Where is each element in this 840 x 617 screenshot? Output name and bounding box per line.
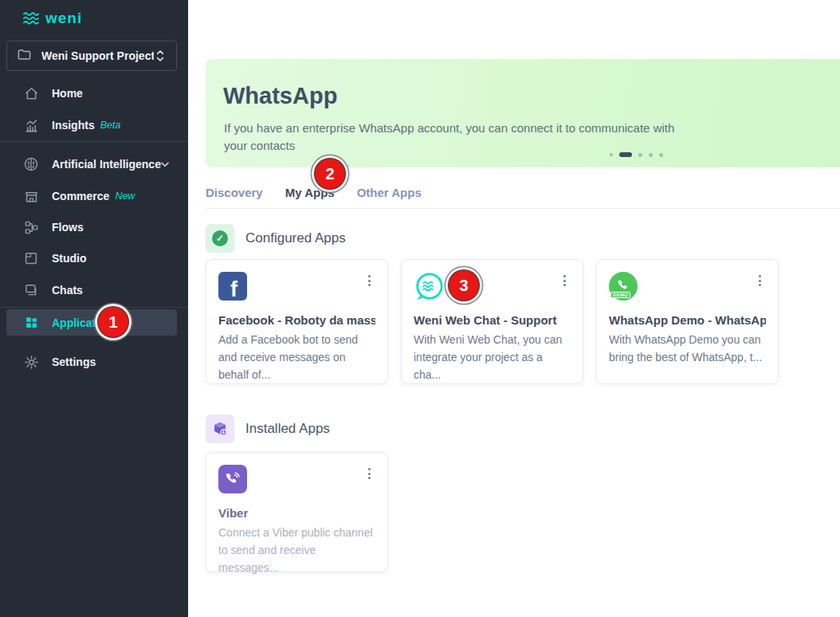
carousel-dot-active[interactable]: [619, 152, 632, 157]
section-title: Configured Apps: [245, 230, 346, 246]
viber-icon: [218, 465, 247, 493]
app-card-title: WhatsApp Demo - WhatsAp...: [609, 313, 766, 327]
app-card-whatsapp-demo[interactable]: DEMO WhatsApp Demo - WhatsAp... With Wha…: [596, 259, 779, 384]
project-name: Weni Support Project: [41, 49, 154, 62]
home-icon: [22, 86, 40, 101]
gear-icon: [22, 355, 40, 370]
weni-web-chat-icon: [414, 272, 442, 301]
weni-waves-icon: [22, 11, 40, 26]
sidebar-item-label: Flows: [52, 221, 84, 234]
project-selector[interactable]: Weni Support Project: [6, 41, 177, 71]
kebab-menu-icon[interactable]: [559, 272, 571, 289]
app-card-title: Facebook - Roboty da massa: [218, 313, 375, 327]
sidebar-divider: [0, 307, 188, 308]
whatsapp-promo-banner[interactable]: WhatsApp If you have an enterprise Whats…: [206, 59, 840, 167]
section-title: Installed Apps: [245, 421, 330, 437]
annotation-step-1: 1: [98, 307, 128, 337]
sidebar-item-label: Artificial Intelligence: [52, 158, 161, 171]
tabs-divider: [206, 208, 840, 209]
weni-platform-page: weni Weni Support Project Home: [0, 0, 840, 617]
sidebar-item-home[interactable]: Home: [0, 77, 188, 109]
tab-other-apps[interactable]: Other Apps: [357, 186, 422, 204]
sidebar-item-label: Insights: [52, 119, 95, 132]
installed-apps-row: Viber Connect a Viber public channel to …: [206, 452, 388, 572]
configured-apps-icon: ✓: [206, 224, 234, 253]
chats-icon: [22, 283, 40, 298]
sidebar-item-label: Studio: [52, 252, 87, 265]
sidebar: weni Weni Support Project Home: [0, 0, 188, 617]
banner-title: WhatsApp: [223, 83, 337, 109]
annotation-step-3: 3: [449, 270, 479, 301]
app-card-description: Add a Facebook bot to send and receive m…: [218, 331, 375, 383]
kebab-menu-icon[interactable]: [363, 272, 375, 289]
check-icon: ✓: [212, 230, 228, 246]
annotation-step-2: 2: [315, 159, 345, 189]
kebab-menu-icon[interactable]: [363, 465, 375, 482]
main-content: WhatsApp If you have an enterprise Whats…: [188, 0, 840, 617]
app-card-viber[interactable]: Viber Connect a Viber public channel to …: [206, 452, 388, 572]
chevron-down-icon[interactable]: [159, 159, 171, 170]
banner-description: If you have an enterprise WhatsApp accou…: [224, 120, 690, 155]
apps-tabs: Discovery My Apps Other Apps: [206, 186, 422, 204]
sidebar-item-applications[interactable]: Applications: [6, 309, 177, 336]
facebook-icon: f: [218, 272, 247, 301]
configured-apps-header: ✓ Configured Apps: [206, 224, 346, 253]
kebab-menu-icon[interactable]: [754, 272, 766, 289]
sidebar-item-commerce[interactable]: Commerce New: [0, 180, 188, 212]
configured-apps-row: f Facebook - Roboty da massa Add a Faceb…: [206, 259, 779, 384]
app-card-description: With Weni Web Chat, you can integrate yo…: [414, 331, 571, 383]
app-card-weni-web-chat[interactable]: Weni Web Chat - Support With Weni Web Ch…: [401, 259, 583, 384]
sidebar-item-label: Commerce: [52, 190, 109, 202]
storefront-icon: [22, 189, 40, 204]
brain-icon: [22, 156, 40, 172]
sidebar-divider: [0, 141, 188, 142]
installed-apps-icon: [206, 415, 234, 443]
app-card-description: With WhatsApp Demo you can bring the bes…: [609, 331, 766, 366]
whatsapp-demo-icon: DEMO: [609, 272, 638, 301]
app-card-description: Connect a Viber public channel to send a…: [218, 524, 375, 576]
sidebar-item-label: Settings: [52, 356, 96, 368]
weni-logo[interactable]: weni: [22, 10, 82, 27]
sidebar-item-studio[interactable]: Studio: [0, 242, 188, 274]
sidebar-item-settings[interactable]: Settings: [0, 346, 188, 378]
app-card-title: Viber: [218, 506, 375, 520]
sidebar-item-label: Home: [52, 87, 83, 100]
studio-icon: [22, 251, 40, 265]
installed-apps-header: Installed Apps: [206, 415, 330, 443]
flows-icon: [22, 220, 40, 235]
logo-wordmark: weni: [45, 10, 82, 27]
sidebar-item-label: Chats: [52, 284, 83, 297]
carousel-dots: [610, 152, 663, 157]
tab-discovery[interactable]: Discovery: [206, 186, 263, 204]
folder-icon: [17, 47, 32, 65]
app-card-facebook[interactable]: f Facebook - Roboty da massa Add a Faceb…: [206, 259, 388, 384]
insights-icon: [22, 118, 40, 133]
sidebar-item-chats[interactable]: Chats: [0, 274, 188, 306]
carousel-dot[interactable]: [649, 153, 653, 157]
carousel-dot[interactable]: [659, 153, 663, 157]
chevron-updown-icon[interactable]: [154, 49, 167, 63]
applications-grid-icon: [22, 316, 40, 329]
demo-tag: DEMO: [610, 292, 630, 298]
beta-tag: Beta: [100, 120, 121, 131]
carousel-dot[interactable]: [638, 153, 642, 157]
sidebar-item-flows[interactable]: Flows: [0, 211, 188, 243]
carousel-dot[interactable]: [610, 153, 613, 156]
app-card-title: Weni Web Chat - Support: [414, 313, 571, 327]
sidebar-item-artificial-intelligence[interactable]: Artificial Intelligence: [0, 148, 188, 180]
new-tag: New: [115, 191, 135, 202]
sidebar-item-insights[interactable]: Insights Beta: [0, 109, 188, 141]
